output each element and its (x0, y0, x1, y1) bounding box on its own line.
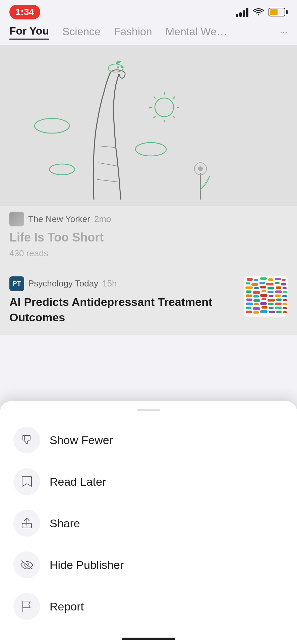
tab-fashion[interactable]: Fashion (114, 25, 152, 39)
svg-rect-66 (253, 307, 260, 310)
first-article-reads: 430 reads (9, 248, 288, 259)
svg-rect-31 (259, 282, 265, 284)
svg-rect-43 (261, 290, 266, 292)
eye-off-icon (20, 559, 34, 570)
svg-rect-72 (253, 311, 259, 314)
svg-rect-59 (246, 303, 253, 305)
status-icons (236, 7, 288, 17)
menu-item-report[interactable]: Report (0, 586, 297, 627)
hide-publisher-icon-circle (13, 551, 40, 578)
svg-rect-26 (268, 278, 273, 281)
svg-rect-49 (260, 294, 268, 297)
svg-rect-24 (254, 279, 258, 281)
thumbs-down-icon (21, 434, 33, 446)
svg-rect-60 (254, 303, 259, 305)
svg-rect-25 (260, 277, 267, 280)
share-label: Share (50, 517, 80, 530)
article-image[interactable] (0, 45, 297, 206)
svg-rect-27 (275, 278, 281, 280)
svg-rect-76 (283, 311, 287, 313)
svg-rect-56 (268, 299, 275, 302)
second-article-content: PT Psychology Today 15h AI Predicts Anti… (9, 276, 237, 325)
svg-rect-75 (276, 311, 282, 313)
svg-rect-52 (282, 295, 287, 297)
nav-tabs: For You Science Fashion Mental We… ··· (0, 22, 297, 45)
first-article-source-name: The New Yorker (28, 214, 90, 224)
share-icon (21, 517, 33, 529)
menu-item-share[interactable]: Share (0, 502, 297, 544)
svg-rect-47 (246, 294, 252, 297)
svg-rect-71 (246, 311, 252, 313)
status-time: 1:34 (9, 5, 40, 19)
svg-rect-34 (281, 283, 286, 285)
psychology-today-logo: PT (9, 276, 24, 291)
svg-point-20 (198, 166, 203, 171)
hide-publisher-label: Hide Publisher (50, 558, 124, 572)
svg-rect-62 (268, 303, 274, 305)
svg-point-17 (117, 66, 119, 68)
svg-rect-50 (269, 295, 274, 297)
tab-science[interactable]: Science (62, 25, 101, 39)
bookmark-icon (21, 476, 32, 488)
svg-rect-45 (275, 290, 282, 293)
first-article-time: 2mo (94, 214, 111, 224)
svg-rect-55 (261, 298, 266, 300)
second-article-thumbnail (244, 276, 288, 317)
second-article-time: 15h (102, 278, 117, 289)
status-bar: 1:34 (0, 0, 297, 22)
flag-icon (21, 600, 32, 612)
menu-item-show-fewer[interactable]: Show Fewer (0, 419, 297, 461)
new-yorker-avatar (9, 212, 24, 226)
svg-rect-48 (253, 295, 259, 298)
svg-rect-41 (246, 290, 251, 293)
share-icon-circle (13, 510, 40, 537)
svg-rect-40 (283, 287, 287, 289)
second-article-source-row: PT Psychology Today 15h (9, 276, 237, 291)
more-tabs-button[interactable]: ··· (280, 27, 288, 38)
menu-item-hide-publisher[interactable]: Hide Publisher (0, 544, 297, 586)
context-menu: Show Fewer Read Later Share (0, 401, 297, 644)
read-later-label: Read Later (50, 475, 106, 488)
svg-rect-44 (268, 291, 274, 293)
svg-rect-58 (283, 299, 287, 301)
svg-rect-42 (253, 291, 260, 294)
svg-rect-57 (276, 299, 282, 301)
second-article[interactable]: PT Psychology Today 15h AI Predicts Anti… (0, 267, 297, 335)
tab-mental-wellness[interactable]: Mental We… (166, 25, 227, 39)
svg-rect-61 (260, 302, 267, 305)
report-label: Report (50, 600, 84, 613)
read-later-icon-circle (13, 468, 40, 495)
second-article-source-name: Psychology Today (28, 278, 98, 289)
svg-rect-32 (266, 283, 274, 285)
second-article-title: AI Predicts Antidepressant Treatment Out… (9, 294, 237, 325)
first-article-source-row: The New Yorker 2mo (9, 212, 288, 226)
svg-rect-0 (0, 45, 297, 206)
show-fewer-label: Show Fewer (50, 434, 113, 447)
svg-rect-68 (269, 307, 274, 309)
svg-rect-54 (253, 299, 260, 302)
svg-rect-38 (268, 287, 274, 289)
svg-rect-29 (246, 282, 250, 284)
svg-rect-73 (260, 310, 268, 313)
svg-rect-74 (269, 311, 275, 313)
battery-icon (269, 8, 288, 16)
svg-rect-70 (283, 307, 287, 309)
svg-rect-30 (251, 283, 258, 286)
svg-rect-69 (275, 307, 282, 309)
svg-rect-39 (276, 286, 281, 289)
svg-rect-65 (246, 307, 251, 309)
svg-rect-53 (246, 299, 252, 301)
show-fewer-icon-circle (13, 427, 40, 453)
report-icon-circle (13, 593, 40, 620)
signal-icon (236, 7, 248, 17)
first-article-title[interactable]: Life Is Too Short (9, 230, 288, 246)
svg-rect-51 (275, 294, 281, 297)
svg-rect-36 (254, 287, 259, 289)
svg-rect-33 (275, 282, 280, 284)
menu-handle (137, 409, 160, 411)
menu-item-read-later[interactable]: Read Later (0, 461, 297, 502)
svg-rect-67 (261, 306, 268, 309)
svg-rect-37 (260, 286, 266, 288)
svg-rect-64 (283, 303, 287, 305)
tab-for-you[interactable]: For You (9, 25, 49, 40)
